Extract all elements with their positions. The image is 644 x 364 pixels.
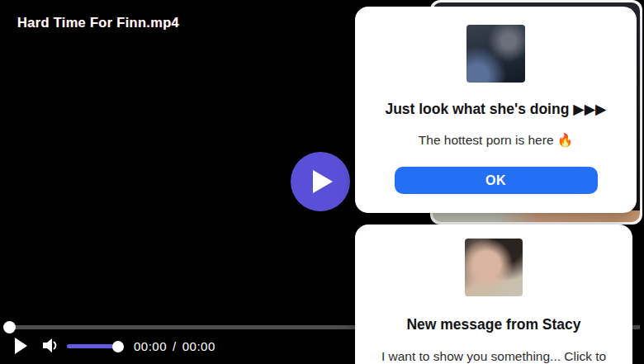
play-icon [15,338,27,354]
offer-heading: Just look what she's doing ▶▶▶ [385,99,606,120]
ok-button[interactable]: OK [395,167,598,194]
time-display: 00:00 / 00:00 [134,339,215,353]
play-button[interactable] [15,338,27,357]
play-icon [313,170,333,193]
volume-slider[interactable] [67,344,118,348]
message-popup: New message from Stacy I want to show yo… [355,225,632,364]
message-heading: New message from Stacy [406,314,580,335]
message-avatar-image[interactable] [465,239,523,296]
duration: 00:00 [182,339,215,353]
volume-handle[interactable] [112,341,124,352]
volume-icon [42,337,59,354]
offer-popup: Just look what she's doing ▶▶▶ The hotte… [355,7,637,213]
mute-button[interactable] [42,337,59,357]
current-time: 00:00 [134,339,167,353]
video-title: Hard Time For Finn.mp4 [17,15,179,31]
message-body: I want to show you something... Click to [372,348,616,364]
time-separator: / [173,339,177,353]
offer-subtext: The hottest porn is here 🔥 [419,132,573,149]
video-player: Hard Time For Finn.mp4 00:00 / 00:00 Jus… [0,0,644,364]
big-play-button[interactable] [291,152,350,211]
seek-handle[interactable] [3,321,16,333]
offer-thumbnail-image[interactable] [466,25,525,83]
